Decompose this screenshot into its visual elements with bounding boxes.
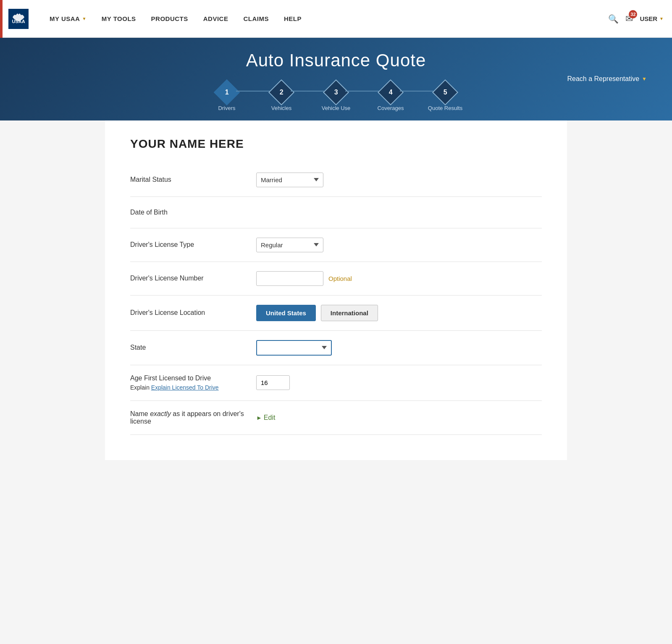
page-title: Auto Insurance Quote <box>8 50 664 71</box>
license-number-label: Driver's License Number <box>130 275 248 282</box>
license-location-row: Driver's License Location United States … <box>130 296 542 331</box>
license-location-control: United States International <box>256 305 542 321</box>
step-5-diamond: 5 <box>432 79 458 105</box>
nav-claims[interactable]: CLAIMS <box>236 0 276 38</box>
reach-representative-button[interactable]: Reach a Representative ▼ <box>567 75 647 83</box>
united-states-button[interactable]: United States <box>256 305 316 321</box>
license-type-select[interactable]: Regular Commercial Learner's Permit <box>256 238 323 252</box>
main-content: YOUR NAME HERE Marital Status Married Si… <box>105 120 567 460</box>
mail-icon-wrap[interactable]: ✉ 32 <box>625 13 633 24</box>
nav-user[interactable]: USER ▼ <box>640 15 664 22</box>
header-banner: Auto Insurance Quote Reach a Representat… <box>0 38 672 120</box>
user-chevron-icon: ▼ <box>659 16 664 21</box>
marital-status-label: Marital Status <box>130 176 248 183</box>
progress-steps: 1 Drivers 2 Vehicles 3 Vehicle Use 4 Cov… <box>8 79 664 112</box>
age-licensed-input[interactable] <box>256 375 290 390</box>
age-licensed-row: Age First Licensed to Drive Explain Expl… <box>130 365 542 401</box>
nav-right: 🔍 ✉ 32 USER ▼ <box>608 13 664 24</box>
license-number-control: Optional <box>256 271 542 286</box>
state-control: AlabamaAlaskaArizona ArkansasCaliforniaC… <box>256 340 542 356</box>
step-1-label: Drivers <box>218 105 235 112</box>
step-2-label: Vehicles <box>271 105 291 112</box>
state-select[interactable]: AlabamaAlaskaArizona ArkansasCaliforniaC… <box>256 340 332 356</box>
name-on-license-row: Name exactly as it appears on driver's l… <box>130 401 542 435</box>
step-vehicle-use[interactable]: 3 Vehicle Use <box>309 83 363 112</box>
step-2-diamond: 2 <box>268 79 294 105</box>
age-licensed-control <box>256 375 542 390</box>
age-licensed-label: Age First Licensed to Drive Explain Expl… <box>130 374 248 391</box>
license-type-label: Driver's License Type <box>130 241 248 249</box>
marital-status-row: Marital Status Married Single Divorced W… <box>130 163 542 197</box>
state-label: State <box>130 344 248 351</box>
usaa-logo-icon: USAA <box>8 9 29 29</box>
red-bar-accent <box>0 0 3 38</box>
nav-my-usaa[interactable]: MY USAA ▼ <box>42 0 94 38</box>
nav-products[interactable]: PRODUCTS <box>144 0 196 38</box>
license-type-row: Driver's License Type Regular Commercial… <box>130 228 542 262</box>
nav-help[interactable]: HELP <box>276 0 309 38</box>
license-number-input[interactable] <box>256 271 323 286</box>
step-drivers[interactable]: 1 Drivers <box>200 83 254 112</box>
license-type-control: Regular Commercial Learner's Permit <box>256 238 542 252</box>
state-row: State AlabamaAlaskaArizona ArkansasCalif… <box>130 331 542 365</box>
license-location-label: Driver's License Location <box>130 309 248 317</box>
date-of-birth-row: Date of Birth <box>130 197 542 228</box>
marital-status-select[interactable]: Married Single Divorced Widowed <box>256 173 323 187</box>
name-on-license-label: Name exactly as it appears on driver's l… <box>130 410 248 425</box>
nav-my-tools[interactable]: MY TOOLS <box>94 0 144 38</box>
step-vehicles[interactable]: 2 Vehicles <box>254 83 309 112</box>
edit-arrow-icon: ► <box>256 414 262 421</box>
reach-rep-chevron-icon: ▼ <box>642 76 647 82</box>
user-name-heading: YOUR NAME HERE <box>130 137 542 151</box>
license-number-row: Driver's License Number Optional <box>130 262 542 296</box>
name-on-license-control: ► Edit <box>256 414 542 421</box>
step-3-label: Vehicle Use <box>322 105 351 112</box>
step-quote-results[interactable]: 5 Quote Results <box>418 83 472 112</box>
explain-licensed-link[interactable]: Explain Licensed To Drive <box>151 384 219 391</box>
step-coverages[interactable]: 4 Coverages <box>363 83 418 112</box>
step-4-diamond: 4 <box>378 79 404 105</box>
optional-badge: Optional <box>328 275 352 282</box>
nav-advice[interactable]: ADVICE <box>196 0 236 38</box>
search-icon[interactable]: 🔍 <box>608 14 619 24</box>
step-4-label: Coverages <box>378 105 404 112</box>
my-usaa-chevron-icon: ▼ <box>82 16 86 21</box>
step-5-label: Quote Results <box>428 105 462 112</box>
international-button[interactable]: International <box>321 305 378 321</box>
step-3-diamond: 3 <box>323 79 349 105</box>
date-of-birth-label: Date of Birth <box>130 209 248 216</box>
edit-name-link[interactable]: ► Edit <box>256 414 275 421</box>
nav-bar: USAA MY USAA ▼ MY TOOLS PRODUCTS ADVICE … <box>0 0 672 38</box>
nav-links: MY USAA ▼ MY TOOLS PRODUCTS ADVICE CLAIM… <box>42 0 608 38</box>
step-1-diamond: 1 <box>214 79 240 105</box>
logo[interactable]: USAA <box>8 9 29 29</box>
mail-badge: 32 <box>629 10 637 18</box>
marital-status-control: Married Single Divorced Widowed <box>256 173 542 187</box>
